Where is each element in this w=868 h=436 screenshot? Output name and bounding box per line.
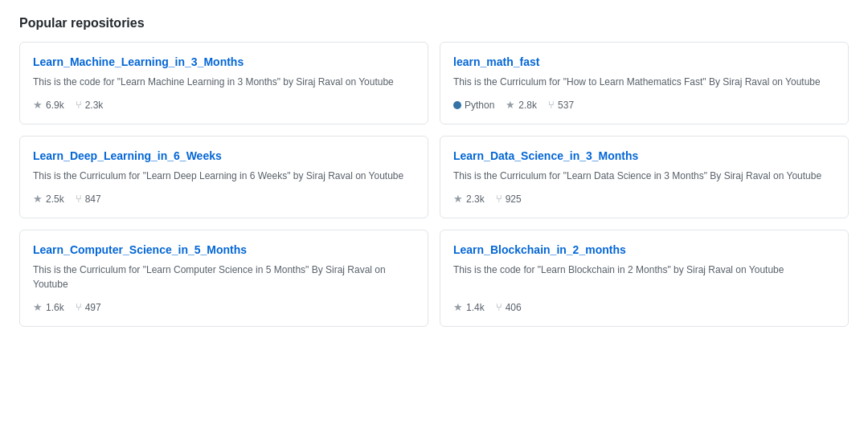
star-icon: ★ bbox=[453, 193, 463, 205]
star-icon: ★ bbox=[453, 301, 463, 313]
repo-meta: ★6.9k⑂2.3k bbox=[33, 99, 415, 111]
star-count: 1.4k bbox=[466, 302, 485, 313]
star-count: 1.6k bbox=[46, 302, 64, 313]
star-count: 2.5k bbox=[46, 194, 64, 205]
star-icon: ★ bbox=[33, 193, 43, 205]
repo-name[interactable]: learn_math_fast bbox=[453, 55, 835, 68]
repo-description: This is the Curriculum for "Learn Comput… bbox=[33, 263, 415, 291]
repo-name[interactable]: Learn_Blockchain_in_2_months bbox=[453, 243, 835, 256]
fork-count: 537 bbox=[558, 100, 574, 111]
repo-forks[interactable]: ⑂847 bbox=[76, 193, 101, 205]
fork-count: 497 bbox=[85, 302, 101, 313]
repo-name[interactable]: Learn_Deep_Learning_in_6_Weeks bbox=[33, 149, 415, 162]
repo-name[interactable]: Learn_Data_Science_in_3_Months bbox=[453, 149, 835, 162]
repo-card: Learn_Deep_Learning_in_6_WeeksThis is th… bbox=[19, 136, 428, 218]
repo-name[interactable]: Learn_Computer_Science_in_5_Months bbox=[33, 243, 415, 256]
repo-description: This is the Curriculum for "Learn Data S… bbox=[453, 169, 835, 183]
repo-description: This is the Curriculum for "How to Learn… bbox=[453, 75, 835, 89]
star-count: 6.9k bbox=[46, 100, 64, 111]
repo-grid: Learn_Machine_Learning_in_3_MonthsThis i… bbox=[19, 42, 849, 327]
repo-name[interactable]: Learn_Machine_Learning_in_3_Months bbox=[33, 55, 415, 68]
repo-description: This is the code for "Learn Blockchain i… bbox=[453, 263, 835, 291]
repo-card: Learn_Computer_Science_in_5_MonthsThis i… bbox=[19, 230, 428, 327]
repo-forks[interactable]: ⑂537 bbox=[548, 99, 574, 111]
repo-meta: ★2.5k⑂847 bbox=[33, 193, 415, 205]
repo-stars[interactable]: ★2.8k bbox=[506, 99, 537, 111]
fork-icon: ⑂ bbox=[76, 99, 82, 111]
star-icon: ★ bbox=[33, 301, 43, 313]
repo-description: This is the code for "Learn Machine Lear… bbox=[33, 75, 415, 89]
repo-card: Learn_Data_Science_in_3_MonthsThis is th… bbox=[440, 136, 849, 218]
fork-count: 406 bbox=[506, 302, 522, 313]
fork-icon: ⑂ bbox=[76, 193, 82, 205]
star-icon: ★ bbox=[506, 99, 515, 111]
repo-forks[interactable]: ⑂2.3k bbox=[76, 99, 104, 111]
repo-stars[interactable]: ★6.9k bbox=[33, 99, 64, 111]
repo-card: learn_math_fastThis is the Curriculum fo… bbox=[440, 42, 849, 124]
repo-stars[interactable]: ★1.4k bbox=[453, 301, 485, 313]
fork-icon: ⑂ bbox=[76, 301, 82, 313]
repo-description: This is the Curriculum for "Learn Deep L… bbox=[33, 169, 415, 183]
repo-card: Learn_Machine_Learning_in_3_MonthsThis i… bbox=[19, 42, 428, 124]
fork-icon: ⑂ bbox=[548, 99, 555, 111]
section-title: Popular repositories bbox=[19, 16, 849, 31]
repo-card: Learn_Blockchain_in_2_monthsThis is the … bbox=[440, 230, 849, 327]
star-count: 2.8k bbox=[518, 100, 537, 111]
fork-count: 925 bbox=[506, 194, 522, 205]
repo-meta: Python★2.8k⑂537 bbox=[453, 99, 835, 111]
repo-stars[interactable]: ★1.6k bbox=[33, 301, 64, 313]
repo-stars[interactable]: ★2.5k bbox=[33, 193, 64, 205]
fork-count: 847 bbox=[85, 194, 101, 205]
fork-count: 2.3k bbox=[85, 100, 104, 111]
star-icon: ★ bbox=[33, 99, 43, 111]
repo-meta: ★1.4k⑂406 bbox=[453, 301, 835, 313]
repo-forks[interactable]: ⑂497 bbox=[76, 301, 101, 313]
repo-stars[interactable]: ★2.3k bbox=[453, 193, 485, 205]
repo-meta: ★1.6k⑂497 bbox=[33, 301, 415, 313]
repo-forks[interactable]: ⑂406 bbox=[496, 301, 522, 313]
repo-forks[interactable]: ⑂925 bbox=[496, 193, 522, 205]
language-label: Python bbox=[465, 100, 494, 111]
repo-meta: ★2.3k⑂925 bbox=[453, 193, 835, 205]
language-color-dot bbox=[453, 101, 461, 109]
star-count: 2.3k bbox=[466, 194, 485, 205]
repo-language: Python bbox=[453, 100, 494, 111]
fork-icon: ⑂ bbox=[496, 193, 502, 205]
fork-icon: ⑂ bbox=[496, 301, 502, 313]
